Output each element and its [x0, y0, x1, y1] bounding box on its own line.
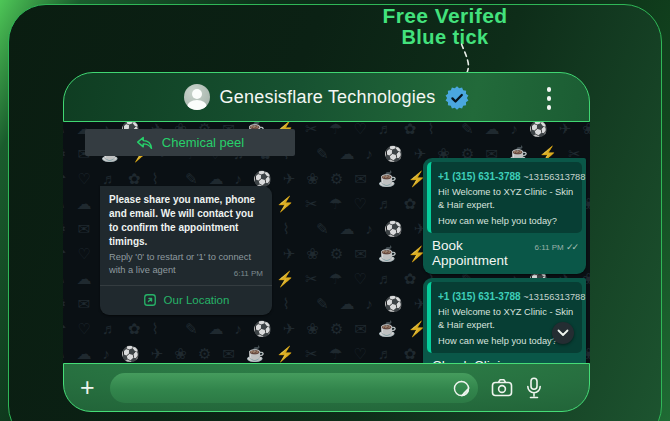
message-options-button[interactable]: [552, 322, 574, 344]
quick-reply-book-appointment[interactable]: Book Appointment: [432, 238, 534, 268]
double-check-icon: ✓✓: [566, 242, 577, 252]
our-location-label: Our Location: [164, 294, 230, 306]
reply-arrow-icon: [136, 136, 153, 150]
quoted-sender-number: +1 (315) 631-3788: [438, 171, 521, 182]
context-chip-label: Chemical peel: [162, 135, 244, 150]
attach-plus-icon[interactable]: +: [78, 375, 97, 400]
quoted-text: Hi! Welcome to XYZ Clinic - Skin & Hair …: [438, 186, 575, 212]
message-composer: +: [63, 363, 590, 412]
message-input[interactable]: [110, 373, 478, 403]
external-link-icon: [143, 293, 157, 307]
quoted-sender-number: +1 (315) 631-3788: [438, 291, 521, 302]
avatar[interactable]: [184, 84, 210, 110]
incoming-message-bubble: Please share you name, phone and email. …: [100, 186, 272, 315]
quoted-sender-id: ~13156313788: [521, 292, 586, 302]
message-timestamp: 6:11 PM: [534, 243, 563, 252]
outgoing-message-bubble: +1 (315) 631-3788 ~13156313788 Hi! Welco…: [423, 278, 586, 363]
message-timestamp: 6:11 PM: [234, 269, 263, 278]
chevron-down-icon: [557, 329, 569, 337]
kebab-menu-icon[interactable]: [547, 87, 552, 110]
sticker-icon[interactable]: [452, 379, 471, 402]
whatsapp-chat-window: Genesisflare Technologies ✎☁♪⚽✈❀⚙✉☕⚡✂☂♡♬…: [63, 72, 590, 412]
quoted-message: +1 (315) 631-3788 ~13156313788 Hi! Welco…: [427, 162, 582, 233]
quoted-question: How can we help you today?: [438, 215, 575, 228]
contact-name: Genesisflare Technologies: [220, 87, 436, 108]
camera-icon[interactable]: [491, 378, 513, 397]
verified-seal-icon: [445, 86, 469, 110]
outgoing-message-bubble: +1 (315) 631-3788 ~13156313788 Hi! Welco…: [423, 158, 586, 274]
mic-icon[interactable]: [526, 377, 542, 399]
avatar-person-icon: [192, 89, 202, 99]
our-location-button[interactable]: Our Location: [109, 286, 263, 309]
context-chip-chemical-peel[interactable]: Chemical peel: [85, 129, 295, 156]
incoming-message-text: Please share you name, phone and email. …: [109, 193, 263, 249]
quoted-sender-id: ~13156313788: [521, 172, 586, 182]
chat-header: Genesisflare Technologies: [63, 72, 590, 122]
promo-canvas: Free Verifed Blue tick Genesisflare Tech…: [0, 0, 670, 421]
promo-line-1: Free Verifed: [345, 5, 545, 27]
chat-body: ✎☁♪⚽✈❀⚙✉☕⚡✂☂♡♬✿⌇ ✎☁♪⚽✈❀⚙✉☕⚡✂☂♡♬✿⌇ ✎☁♪⚽✈❀…: [63, 122, 590, 363]
